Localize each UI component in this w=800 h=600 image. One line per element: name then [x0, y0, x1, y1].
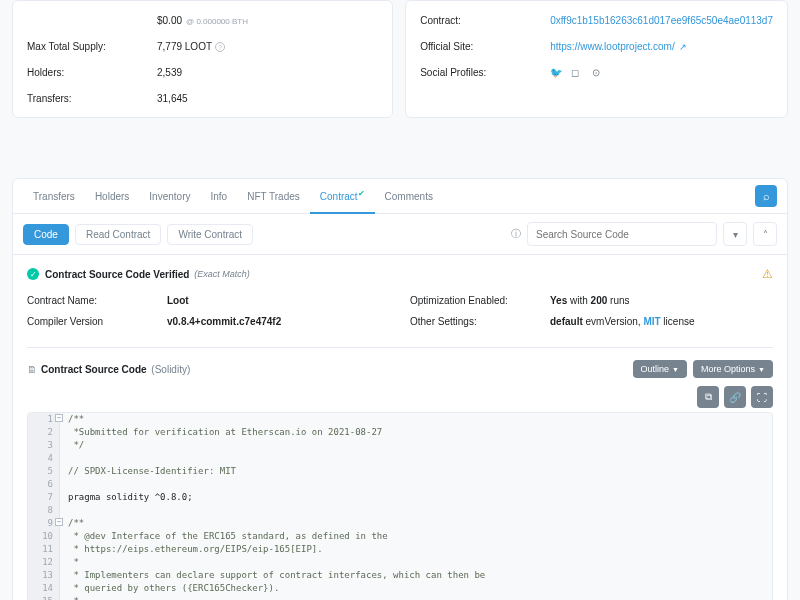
max-total-value: 7,779 LOOT — [157, 41, 212, 52]
check-circle-icon: ✓ — [27, 268, 39, 280]
copy-button[interactable]: ⧉ — [697, 386, 719, 408]
twitter-icon[interactable]: 🐦 — [550, 67, 564, 78]
contract-subtabs: Code Read Contract Write Contract ⓘ ▾ ˄ — [13, 214, 787, 255]
collapse-toggle[interactable]: ˄ — [753, 222, 777, 246]
document-icon: 🗎 — [27, 364, 37, 375]
compiler-version-row: Compiler Version v0.8.4+commit.c7e474f2 — [27, 316, 390, 327]
tab-inventory[interactable]: Inventory — [139, 181, 200, 212]
profile-summary-card: Contract: 0xff9c1b15b16263c61d017ee9f65c… — [405, 0, 788, 118]
link-button[interactable]: 🔗 — [724, 386, 746, 408]
license-link[interactable]: MIT — [643, 316, 660, 327]
external-link-icon: ↗ — [679, 42, 687, 52]
search-input[interactable] — [527, 222, 717, 246]
expand-button[interactable]: ⛶ — [751, 386, 773, 408]
source-header: 🗎 Contract Source Code (Solidity) Outlin… — [27, 360, 773, 378]
dropdown-toggle[interactable]: ▾ — [723, 222, 747, 246]
social-row: Social Profiles: 🐦 ◻ ⊙ — [420, 59, 773, 85]
search-button[interactable]: ⌕ — [755, 185, 777, 207]
tab-holders[interactable]: Holders — [85, 181, 139, 212]
help-icon[interactable]: ? — [215, 42, 225, 52]
other-settings-row: Other Settings: default evmVersion, MIT … — [410, 316, 773, 327]
fold-toggle[interactable]: − — [55, 518, 63, 526]
official-site-link[interactable]: https://www.lootproject.com/ — [550, 41, 675, 52]
code-tab-button[interactable]: Code — [23, 224, 69, 245]
tab-contract[interactable]: Contract✔ — [310, 179, 375, 214]
main-panel: Transfers Holders Inventory Info NFT Tra… — [12, 178, 788, 600]
official-site-row: Official Site: https://www.lootproject.c… — [420, 33, 773, 59]
more-options-button[interactable]: More Options▼ — [693, 360, 773, 378]
github-icon[interactable]: ⊙ — [592, 67, 606, 78]
fold-toggle[interactable]: − — [55, 414, 63, 422]
contract-name-row: Contract Name: Loot — [27, 295, 390, 306]
read-contract-button[interactable]: Read Contract — [75, 224, 161, 245]
transfers-value: 31,645 — [157, 93, 188, 104]
discord-icon[interactable]: ◻ — [571, 67, 585, 78]
contract-address-link[interactable]: 0xff9c1b15b16263c61d017ee9f65c50e4ae0113… — [550, 15, 773, 26]
help-icon[interactable]: ⓘ — [511, 227, 521, 241]
tab-info[interactable]: Info — [200, 181, 237, 212]
holders-row: Holders: 2,539 — [27, 59, 378, 85]
tab-nft-trades[interactable]: NFT Trades — [237, 181, 310, 212]
verification-status: ✓ Contract Source Code Verified (Exact M… — [27, 267, 773, 281]
price-sub: @ 0.000000 BTH — [186, 17, 248, 26]
price-value: $0.00 — [157, 15, 182, 26]
write-contract-button[interactable]: Write Contract — [167, 224, 253, 245]
tab-comments[interactable]: Comments — [375, 181, 443, 212]
transfers-row: Transfers: 31,645 — [27, 85, 378, 111]
outline-button[interactable]: Outline▼ — [633, 360, 687, 378]
token-summary-card: $0.00@ 0.000000 BTH Max Total Supply: 7,… — [12, 0, 393, 118]
contract-address-row: Contract: 0xff9c1b15b16263c61d017ee9f65c… — [420, 7, 773, 33]
tab-transfers[interactable]: Transfers — [23, 181, 85, 212]
holders-value: 2,539 — [157, 67, 182, 78]
warning-icon[interactable]: ⚠ — [762, 267, 773, 281]
source-code-viewer[interactable]: 1−/**2 *Submitted for verification at Et… — [27, 412, 773, 600]
optimization-row: Optimization Enabled: Yes with 200 runs — [410, 295, 773, 306]
tab-bar: Transfers Holders Inventory Info NFT Tra… — [13, 179, 787, 214]
max-total-row: Max Total Supply: 7,779 LOOT? — [27, 33, 378, 59]
verified-dot-icon: ✔ — [358, 189, 365, 198]
price-row: $0.00@ 0.000000 BTH — [27, 7, 378, 33]
